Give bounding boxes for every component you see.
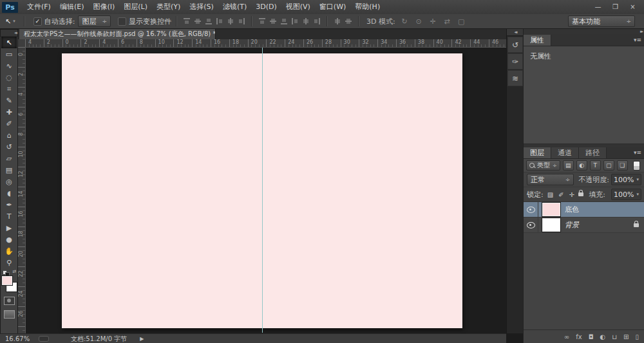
foreground-color-swatch[interactable] bbox=[2, 276, 12, 285]
zoom-level-field[interactable]: 16.67% bbox=[5, 335, 39, 342]
move-tool[interactable]: ↖ bbox=[1, 37, 17, 48]
lock-transparent-pixels-icon[interactable]: ▨ bbox=[547, 191, 553, 198]
align-vertical-centers-icon[interactable] bbox=[194, 18, 201, 24]
hand-tool[interactable]: ✋ bbox=[1, 245, 17, 257]
menu-item[interactable]: 3D(D) bbox=[251, 0, 281, 14]
distribute-right-edges-icon[interactable] bbox=[314, 18, 320, 24]
show-transform-checkbox[interactable] bbox=[118, 17, 126, 26]
dock-collapse-icon[interactable]: ◂◂ bbox=[507, 29, 524, 36]
layer-row[interactable]: 背景 bbox=[524, 218, 644, 233]
crop-tool[interactable]: ⌗ bbox=[1, 83, 17, 95]
brush-tool[interactable]: ✐ bbox=[1, 118, 17, 129]
layer-name[interactable]: 背景 bbox=[565, 220, 634, 230]
toolbar-collapse-icon[interactable]: ◂◂ bbox=[1, 30, 17, 37]
3d-scale-icon[interactable]: ▢ bbox=[457, 17, 466, 26]
clone-source-panel-icon[interactable]: ≋ bbox=[507, 70, 523, 86]
distribute-horizontal-spacing-icon[interactable] bbox=[334, 18, 341, 24]
close-button[interactable]: × bbox=[624, 1, 641, 14]
filter-shape-layers-icon[interactable]: ▢ bbox=[603, 160, 614, 171]
quick-selection-tool[interactable]: ◌ bbox=[1, 71, 17, 83]
menu-item[interactable]: 文件(F) bbox=[23, 0, 55, 14]
link-layers-icon[interactable]: ∞ bbox=[564, 333, 569, 340]
path-selection-tool[interactable]: ▶ bbox=[1, 222, 17, 234]
filter-smart-objects-icon[interactable]: ❏ bbox=[617, 160, 628, 171]
visibility-toggle[interactable] bbox=[524, 218, 538, 232]
menu-item[interactable]: 窗口(W) bbox=[315, 0, 350, 14]
align-horizontal-centers-icon[interactable] bbox=[227, 18, 234, 24]
layer-thumbnail[interactable] bbox=[542, 203, 560, 216]
eyedropper-tool[interactable]: ✎ bbox=[1, 95, 17, 106]
filter-type-dropdown[interactable]: 类型 ÷ bbox=[526, 160, 560, 171]
panel-menu-icon[interactable]: ▾≡ bbox=[634, 37, 641, 43]
history-brush-tool[interactable]: ↺ bbox=[1, 141, 17, 153]
menu-item[interactable]: 类型(Y) bbox=[152, 0, 185, 14]
new-group-icon[interactable]: ⊔ bbox=[612, 333, 617, 340]
history-panel-icon[interactable]: ↺ bbox=[507, 37, 523, 53]
layer-thumbnail[interactable] bbox=[542, 218, 560, 232]
3d-roll-icon[interactable]: ⊙ bbox=[414, 17, 424, 26]
panel-tab[interactable]: 路径 bbox=[579, 147, 607, 158]
new-adjustment-layer-icon[interactable]: ◐ bbox=[600, 333, 606, 340]
screen-mode-button[interactable] bbox=[4, 310, 15, 319]
delete-layer-icon[interactable]: ▯ bbox=[635, 333, 639, 340]
eraser-tool[interactable]: ▱ bbox=[1, 153, 17, 164]
type-tool[interactable]: T bbox=[1, 210, 17, 222]
3d-rotate-icon[interactable]: ↻ bbox=[400, 17, 410, 26]
tab-properties[interactable]: 属性 bbox=[524, 35, 551, 46]
layer-style-icon[interactable]: fx bbox=[576, 333, 582, 340]
rectangular-marquee-tool[interactable]: ▭ bbox=[1, 48, 17, 60]
distribute-vertical-spacing-icon[interactable] bbox=[345, 18, 352, 24]
blur-tool[interactable]: ◎ bbox=[1, 176, 17, 187]
brush-presets-panel-icon[interactable]: ✑ bbox=[507, 53, 523, 70]
distribute-vertical-centers-icon[interactable] bbox=[270, 18, 276, 24]
dodge-tool[interactable]: ◖ bbox=[1, 187, 17, 199]
workspace-dropdown[interactable]: 基本功能 ÷ bbox=[568, 15, 635, 27]
auto-select-target-dropdown[interactable]: 图层 ÷ bbox=[78, 15, 111, 27]
blend-mode-dropdown[interactable]: 正常 ÷ bbox=[527, 174, 574, 185]
vertical-guide[interactable] bbox=[262, 48, 263, 333]
ruler-vertical[interactable]: 02468101214161820222426 bbox=[17, 47, 26, 333]
add-layer-mask-icon[interactable]: ◘ bbox=[589, 333, 594, 340]
menu-item[interactable]: 图层(L) bbox=[119, 0, 152, 14]
lock-position-icon[interactable]: ✛ bbox=[569, 191, 574, 198]
panel-tab[interactable]: 图层 bbox=[524, 147, 551, 158]
menu-item[interactable]: 编辑(E) bbox=[55, 0, 89, 14]
align-left-edges-icon[interactable] bbox=[216, 18, 223, 24]
gradient-tool[interactable]: ▤ bbox=[1, 164, 17, 176]
restore-button[interactable]: ❐ bbox=[607, 1, 624, 14]
distribute-bottom-edges-icon[interactable] bbox=[281, 18, 287, 24]
dock-collapse-icon[interactable]: ▸▸ bbox=[524, 29, 644, 34]
layer-name[interactable]: 底色 bbox=[565, 205, 639, 214]
tool-preset-caret-icon[interactable]: ▾ bbox=[13, 19, 15, 24]
align-right-edges-icon[interactable] bbox=[238, 18, 245, 24]
status-expand-icon[interactable]: ▶ bbox=[140, 336, 144, 342]
ruler-horizontal[interactable]: 4202468101214161820222426283032343638404… bbox=[25, 39, 506, 48]
shape-tool[interactable]: ● bbox=[1, 234, 17, 245]
filtering-toggle[interactable] bbox=[633, 161, 640, 171]
document-tab[interactable]: 程太太学PS之——制作线条款封面.psd @ 16.7% (底色, RGB/8)… bbox=[19, 29, 216, 39]
pen-tool[interactable]: ✒ bbox=[1, 199, 17, 210]
filter-adjustment-layers-icon[interactable]: ◐ bbox=[576, 160, 587, 171]
lasso-tool[interactable]: ∿ bbox=[1, 60, 17, 71]
zoom-tool[interactable]: ⚲ bbox=[1, 257, 17, 268]
lock-image-pixels-icon[interactable]: ✐ bbox=[558, 191, 564, 198]
3d-slide-icon[interactable]: ⇄ bbox=[442, 17, 452, 26]
menu-item[interactable]: 视图(V) bbox=[281, 0, 315, 14]
align-top-edges-icon[interactable] bbox=[184, 18, 190, 24]
menu-item[interactable]: 图像(I) bbox=[88, 0, 119, 14]
layer-row[interactable]: 底色 bbox=[524, 202, 644, 218]
spot-healing-brush-tool[interactable]: ✚ bbox=[1, 106, 17, 118]
distribute-top-edges-icon[interactable] bbox=[259, 18, 265, 24]
filter-pixel-layers-icon[interactable]: ▤ bbox=[563, 160, 574, 171]
quick-mask-button[interactable] bbox=[4, 297, 15, 305]
distribute-horizontal-centers-icon[interactable] bbox=[303, 18, 309, 24]
opacity-value[interactable]: 100% ▾ bbox=[611, 174, 641, 185]
distribute-left-edges-icon[interactable] bbox=[292, 18, 298, 24]
panel-tab[interactable]: 通道 bbox=[551, 147, 579, 158]
menu-item[interactable]: 选择(S) bbox=[185, 0, 218, 14]
minimize-button[interactable]: — bbox=[589, 1, 607, 14]
3d-drag-icon[interactable]: ✛ bbox=[428, 17, 438, 26]
clone-stamp-tool[interactable]: ⌂ bbox=[1, 129, 17, 141]
new-layer-icon[interactable]: ⊞ bbox=[623, 333, 629, 340]
menu-item[interactable]: 滤镜(T) bbox=[218, 0, 251, 14]
